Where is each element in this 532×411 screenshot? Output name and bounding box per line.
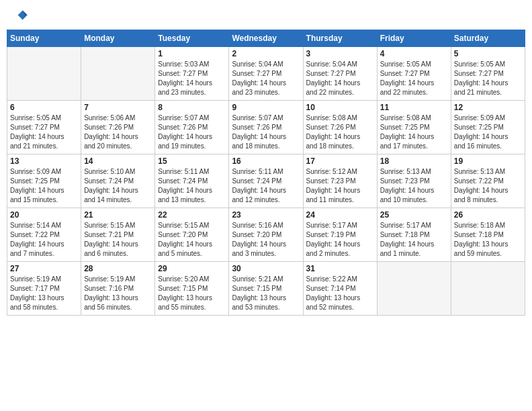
day-info: Sunrise: 5:10 AM Sunset: 7:24 PM Dayligh…	[84, 167, 152, 205]
day-number: 12	[454, 103, 522, 112]
day-info: Sunrise: 5:19 AM Sunset: 7:17 PM Dayligh…	[10, 275, 78, 312]
day-number: 11	[380, 103, 448, 112]
day-number: 23	[232, 210, 300, 220]
day-number: 3	[306, 49, 374, 58]
day-info: Sunrise: 5:05 AM Sunset: 7:27 PM Dayligh…	[10, 113, 78, 151]
calendar-week-1: 1Sunrise: 5:03 AM Sunset: 7:27 PM Daylig…	[7, 47, 525, 101]
calendar-header-saturday: Saturday	[451, 30, 525, 47]
day-number: 28	[84, 264, 152, 273]
calendar-cell: 6Sunrise: 5:05 AM Sunset: 7:27 PM Daylig…	[7, 101, 81, 154]
calendar-cell: 16Sunrise: 5:11 AM Sunset: 7:24 PM Dayli…	[229, 154, 303, 208]
calendar-cell: 28Sunrise: 5:19 AM Sunset: 7:16 PM Dayli…	[81, 262, 155, 316]
day-info: Sunrise: 5:08 AM Sunset: 7:25 PM Dayligh…	[380, 113, 448, 151]
calendar-cell: 26Sunrise: 5:18 AM Sunset: 7:18 PM Dayli…	[451, 208, 525, 262]
calendar-cell: 14Sunrise: 5:10 AM Sunset: 7:24 PM Dayli…	[81, 154, 155, 208]
calendar-cell	[7, 47, 81, 101]
day-number: 9	[232, 103, 300, 112]
calendar-week-4: 20Sunrise: 5:14 AM Sunset: 7:22 PM Dayli…	[7, 208, 525, 262]
day-info: Sunrise: 5:05 AM Sunset: 7:27 PM Dayligh…	[454, 60, 522, 97]
day-info: Sunrise: 5:03 AM Sunset: 7:27 PM Dayligh…	[158, 60, 226, 97]
day-info: Sunrise: 5:14 AM Sunset: 7:22 PM Dayligh…	[10, 221, 78, 259]
day-number: 20	[10, 210, 78, 220]
calendar-cell: 1Sunrise: 5:03 AM Sunset: 7:27 PM Daylig…	[155, 47, 229, 101]
calendar-header-friday: Friday	[377, 30, 451, 47]
day-number: 31	[306, 264, 374, 273]
calendar-cell: 9Sunrise: 5:07 AM Sunset: 7:26 PM Daylig…	[229, 101, 303, 154]
day-info: Sunrise: 5:13 AM Sunset: 7:22 PM Dayligh…	[454, 167, 522, 205]
day-info: Sunrise: 5:15 AM Sunset: 7:21 PM Dayligh…	[84, 221, 152, 259]
calendar-cell	[377, 262, 451, 316]
calendar-cell: 31Sunrise: 5:22 AM Sunset: 7:14 PM Dayli…	[303, 262, 377, 316]
calendar-header-sunday: Sunday	[7, 30, 81, 47]
day-number: 13	[10, 156, 78, 166]
day-number: 6	[10, 103, 78, 112]
calendar-cell	[81, 47, 155, 101]
calendar-cell: 29Sunrise: 5:20 AM Sunset: 7:15 PM Dayli…	[155, 262, 229, 316]
day-number: 15	[158, 156, 226, 166]
day-number: 14	[84, 156, 152, 166]
calendar-cell	[451, 262, 525, 316]
calendar-cell: 30Sunrise: 5:21 AM Sunset: 7:15 PM Dayli…	[229, 262, 303, 316]
day-info: Sunrise: 5:04 AM Sunset: 7:27 PM Dayligh…	[232, 60, 300, 97]
day-info: Sunrise: 5:12 AM Sunset: 7:23 PM Dayligh…	[306, 167, 374, 205]
day-info: Sunrise: 5:05 AM Sunset: 7:27 PM Dayligh…	[380, 60, 448, 97]
day-number: 5	[454, 49, 522, 58]
calendar-week-5: 27Sunrise: 5:19 AM Sunset: 7:17 PM Dayli…	[7, 262, 525, 316]
calendar-cell: 18Sunrise: 5:13 AM Sunset: 7:23 PM Dayli…	[377, 154, 451, 208]
day-number: 27	[10, 264, 78, 273]
calendar-cell: 15Sunrise: 5:11 AM Sunset: 7:24 PM Dayli…	[155, 154, 229, 208]
calendar-cell: 17Sunrise: 5:12 AM Sunset: 7:23 PM Dayli…	[303, 154, 377, 208]
day-info: Sunrise: 5:16 AM Sunset: 7:20 PM Dayligh…	[232, 221, 300, 259]
day-number: 16	[232, 156, 300, 166]
day-info: Sunrise: 5:22 AM Sunset: 7:14 PM Dayligh…	[306, 275, 374, 312]
day-info: Sunrise: 5:11 AM Sunset: 7:24 PM Dayligh…	[232, 167, 300, 205]
calendar-cell: 22Sunrise: 5:15 AM Sunset: 7:20 PM Dayli…	[155, 208, 229, 262]
calendar-cell: 20Sunrise: 5:14 AM Sunset: 7:22 PM Dayli…	[7, 208, 81, 262]
day-number: 18	[380, 156, 448, 166]
day-info: Sunrise: 5:17 AM Sunset: 7:18 PM Dayligh…	[380, 221, 448, 259]
calendar-cell: 12Sunrise: 5:09 AM Sunset: 7:25 PM Dayli…	[451, 101, 525, 154]
day-number: 21	[84, 210, 152, 220]
calendar-cell: 11Sunrise: 5:08 AM Sunset: 7:25 PM Dayli…	[377, 101, 451, 154]
logo-icon	[9, 7, 28, 26]
calendar-cell: 7Sunrise: 5:06 AM Sunset: 7:26 PM Daylig…	[81, 101, 155, 154]
day-info: Sunrise: 5:17 AM Sunset: 7:19 PM Dayligh…	[306, 221, 374, 259]
day-info: Sunrise: 5:09 AM Sunset: 7:25 PM Dayligh…	[454, 113, 522, 151]
day-info: Sunrise: 5:19 AM Sunset: 7:16 PM Dayligh…	[84, 275, 152, 312]
day-number: 17	[306, 156, 374, 166]
day-number: 2	[232, 49, 300, 58]
day-info: Sunrise: 5:18 AM Sunset: 7:18 PM Dayligh…	[454, 221, 522, 259]
calendar-cell: 13Sunrise: 5:09 AM Sunset: 7:25 PM Dayli…	[7, 154, 81, 208]
day-number: 22	[158, 210, 226, 220]
day-info: Sunrise: 5:04 AM Sunset: 7:27 PM Dayligh…	[306, 60, 374, 97]
calendar-cell: 21Sunrise: 5:15 AM Sunset: 7:21 PM Dayli…	[81, 208, 155, 262]
calendar-week-2: 6Sunrise: 5:05 AM Sunset: 7:27 PM Daylig…	[7, 101, 525, 154]
calendar-cell: 19Sunrise: 5:13 AM Sunset: 7:22 PM Dayli…	[451, 154, 525, 208]
calendar-cell: 25Sunrise: 5:17 AM Sunset: 7:18 PM Dayli…	[377, 208, 451, 262]
calendar-cell: 2Sunrise: 5:04 AM Sunset: 7:27 PM Daylig…	[229, 47, 303, 101]
header	[7, 7, 525, 26]
day-number: 29	[158, 264, 226, 273]
day-number: 7	[84, 103, 152, 112]
day-number: 25	[380, 210, 448, 220]
day-info: Sunrise: 5:11 AM Sunset: 7:24 PM Dayligh…	[158, 167, 226, 205]
day-info: Sunrise: 5:07 AM Sunset: 7:26 PM Dayligh…	[158, 113, 226, 151]
day-number: 1	[158, 49, 226, 58]
day-info: Sunrise: 5:06 AM Sunset: 7:26 PM Dayligh…	[84, 113, 152, 151]
day-number: 8	[158, 103, 226, 112]
calendar-header-wednesday: Wednesday	[229, 30, 303, 47]
calendar-cell: 10Sunrise: 5:08 AM Sunset: 7:26 PM Dayli…	[303, 101, 377, 154]
day-info: Sunrise: 5:07 AM Sunset: 7:26 PM Dayligh…	[232, 113, 300, 151]
calendar-cell: 23Sunrise: 5:16 AM Sunset: 7:20 PM Dayli…	[229, 208, 303, 262]
day-info: Sunrise: 5:13 AM Sunset: 7:23 PM Dayligh…	[380, 167, 448, 205]
calendar-cell: 8Sunrise: 5:07 AM Sunset: 7:26 PM Daylig…	[155, 101, 229, 154]
calendar-header-tuesday: Tuesday	[155, 30, 229, 47]
calendar-cell: 5Sunrise: 5:05 AM Sunset: 7:27 PM Daylig…	[451, 47, 525, 101]
day-number: 30	[232, 264, 300, 273]
day-number: 19	[454, 156, 522, 166]
calendar-week-3: 13Sunrise: 5:09 AM Sunset: 7:25 PM Dayli…	[7, 154, 525, 208]
calendar-header-thursday: Thursday	[303, 30, 377, 47]
day-number: 26	[454, 210, 522, 220]
logo	[9, 7, 30, 26]
calendar-cell: 27Sunrise: 5:19 AM Sunset: 7:17 PM Dayli…	[7, 262, 81, 316]
